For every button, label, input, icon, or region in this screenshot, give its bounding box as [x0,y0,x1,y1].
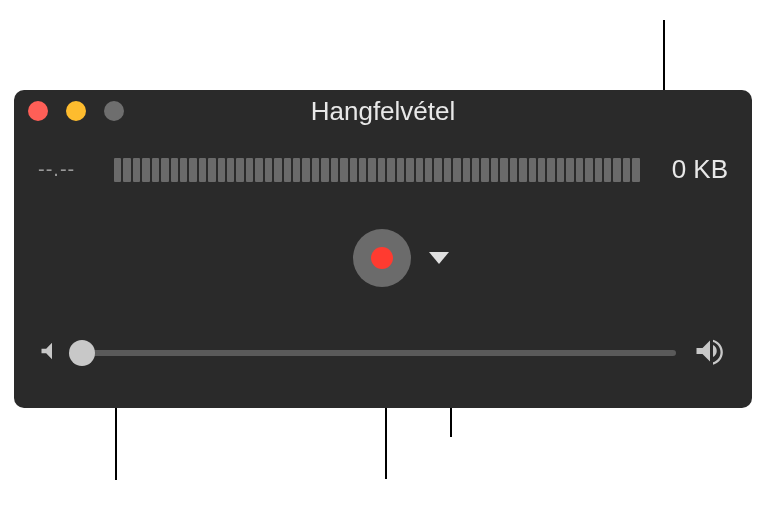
level-tick [236,158,243,182]
level-tick [293,158,300,182]
maximize-button[interactable] [104,101,124,121]
level-tick [227,158,234,182]
level-meter [114,158,640,182]
level-tick [557,158,564,182]
volume-slider-thumb[interactable] [69,340,95,366]
volume-slider[interactable] [82,350,676,356]
level-tick [274,158,281,182]
level-tick [538,158,545,182]
level-tick [180,158,187,182]
level-tick [161,158,168,182]
controls-row [14,229,752,287]
chevron-down-icon [429,252,449,264]
level-tick [321,158,328,182]
level-tick [152,158,159,182]
level-tick [189,158,196,182]
level-tick [529,158,536,182]
level-tick [387,158,394,182]
minimize-button[interactable] [66,101,86,121]
level-tick [255,158,262,182]
level-tick [199,158,206,182]
level-tick [463,158,470,182]
level-tick [453,158,460,182]
level-tick [246,158,253,182]
level-tick [632,158,639,182]
level-tick [218,158,225,182]
level-tick [416,158,423,182]
level-tick [472,158,479,182]
traffic-lights [28,101,124,121]
file-size: 0 KB [658,154,728,185]
level-tick [142,158,149,182]
level-tick [613,158,620,182]
level-tick [350,158,357,182]
level-tick [519,158,526,182]
level-tick [547,158,554,182]
level-tick [114,158,121,182]
level-tick [171,158,178,182]
level-tick [284,158,291,182]
level-tick [359,158,366,182]
level-tick [331,158,338,182]
level-tick [378,158,385,182]
level-tick [397,158,404,182]
window-title: Hangfelvétel [14,96,752,127]
level-tick [444,158,451,182]
level-tick [368,158,375,182]
level-tick [434,158,441,182]
level-tick [425,158,432,182]
titlebar: Hangfelvétel [14,90,752,132]
level-tick [604,158,611,182]
level-tick [312,158,319,182]
record-icon [371,247,393,269]
audio-recorder-window: Hangfelvétel --.-- 0 KB [14,90,752,408]
meter-row: --.-- 0 KB [14,132,752,185]
speaker-low-icon [38,337,66,369]
level-tick [623,158,630,182]
level-tick [123,158,130,182]
level-tick [491,158,498,182]
level-tick [302,158,309,182]
volume-row [14,333,752,373]
time-display: --.-- [38,158,96,181]
level-tick [585,158,592,182]
level-tick [208,158,215,182]
speaker-high-icon [692,333,728,373]
level-tick [481,158,488,182]
level-tick [133,158,140,182]
record-button[interactable] [353,229,411,287]
close-button[interactable] [28,101,48,121]
level-tick [566,158,573,182]
options-dropdown-button[interactable] [425,244,453,272]
level-tick [595,158,602,182]
level-tick [510,158,517,182]
level-tick [340,158,347,182]
level-tick [576,158,583,182]
level-tick [406,158,413,182]
level-tick [500,158,507,182]
level-tick [265,158,272,182]
